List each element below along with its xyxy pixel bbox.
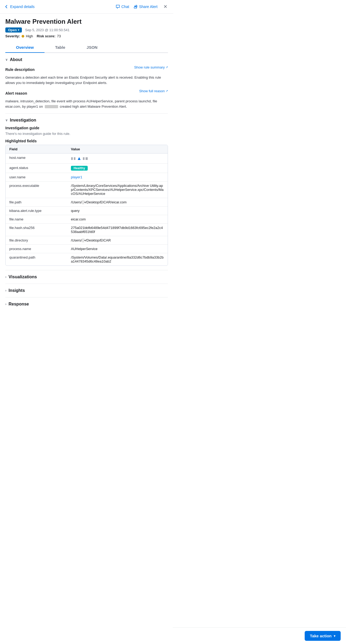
external-link-icon: ↗ xyxy=(166,66,168,69)
top-bar-actions: Chat Share Alert ✕ xyxy=(116,3,169,10)
chat-icon xyxy=(116,5,120,9)
show-full-reason-label: Show full reason xyxy=(139,89,165,93)
insights-chevron-icon: › xyxy=(5,289,6,292)
risk-score-value: 73 xyxy=(57,34,61,38)
redacted-bar-3 xyxy=(83,157,85,160)
share-icon xyxy=(134,5,138,9)
response-section-header[interactable]: › Response xyxy=(5,302,168,307)
insights-section: › Insights xyxy=(5,284,168,297)
svg-rect-0 xyxy=(134,7,137,8)
main-content: Malware Prevention Alert Open ▾ Sep 5, 2… xyxy=(0,14,173,332)
field-name: process.name xyxy=(6,245,67,253)
user-name-link[interactable]: player1 xyxy=(71,175,82,179)
field-value: eicar.com xyxy=(67,215,168,224)
close-icon: ✕ xyxy=(163,4,167,9)
field-value: /Users/░▪/Desktop/EICAR xyxy=(67,236,168,245)
visualizations-section-title: Visualizations xyxy=(9,275,37,279)
rule-desc-row: Rule description Show rule summary ↗ xyxy=(5,65,168,73)
top-bar: Expand details Chat Share Alert ✕ xyxy=(0,0,173,14)
alert-reason-text: malware, intrusion_detection, file event… xyxy=(5,99,168,109)
visualizations-section-header[interactable]: › Visualizations xyxy=(5,275,168,279)
risk-score-label: Risk score: xyxy=(37,34,55,38)
field-name: file.path xyxy=(6,198,67,207)
investigation-section-header[interactable]: ∨ Investigation xyxy=(5,118,168,123)
healthy-badge: Healthy xyxy=(71,166,88,171)
investigation-guide-text: There's no investigation guide for this … xyxy=(5,132,168,136)
show-rule-summary-link[interactable]: Show rule summary ↗ xyxy=(134,65,168,69)
table-row: file.hash.sha256 275a021bbfb6489e54d4718… xyxy=(6,224,168,236)
table-row: kibana.alert.rule.type query xyxy=(6,207,168,215)
table-row: process.name AUHelperService xyxy=(6,245,168,253)
visualizations-section: › Visualizations xyxy=(5,270,168,284)
table-row: agent.status Healthy xyxy=(6,164,168,173)
severity-value: High xyxy=(26,34,33,38)
visualizations-chevron-icon: › xyxy=(5,275,6,279)
field-name: process.executable xyxy=(6,182,67,198)
redacted-bar-1 xyxy=(71,157,73,160)
about-section: ∨ About Rule description Show rule summa… xyxy=(5,53,168,113)
field-value: 275a021bbfb6489e54d471899f7db9d1663fc695… xyxy=(67,224,168,236)
redacted-hostname xyxy=(45,105,58,108)
table-row: quarantined.path /System/Volumes/Data/.e… xyxy=(6,253,168,265)
table-row: host.name ▲ xyxy=(6,154,168,164)
status-value: Open xyxy=(8,28,17,32)
response-section-title: Response xyxy=(9,302,29,307)
expand-details-label: Expand details xyxy=(10,5,35,9)
field-value: player1 xyxy=(67,173,168,182)
field-name: agent.status xyxy=(6,164,67,173)
rule-desc-title: Rule description xyxy=(5,67,35,72)
about-chevron-icon: ∨ xyxy=(5,58,8,62)
close-button[interactable]: ✕ xyxy=(162,3,169,10)
alert-timestamp: Sep 5, 2023 @ 11:00:50.541 xyxy=(25,28,69,32)
share-alert-label: Share Alert xyxy=(139,5,158,9)
about-section-header[interactable]: ∨ About xyxy=(5,57,168,62)
field-name: file.name xyxy=(6,215,67,224)
field-name: user.name xyxy=(6,173,67,182)
insights-section-header[interactable]: › Insights xyxy=(5,288,168,293)
alert-reason-title: Alert reason xyxy=(5,91,27,95)
field-name: file.hash.sha256 xyxy=(6,224,67,236)
investigation-chevron-icon: ∨ xyxy=(5,118,8,122)
tab-overview[interactable]: Overview xyxy=(5,42,45,53)
highlighted-fields-title: Highlighted fields xyxy=(5,139,168,143)
alert-reason-row: Alert reason Show full reason ↗ xyxy=(5,89,168,97)
field-value: /System/Library/CoreServices/Application… xyxy=(67,182,168,198)
insights-section-title: Insights xyxy=(9,288,25,293)
rule-desc-text: Generates a detection alert each time an… xyxy=(5,75,168,85)
field-name: file.directory xyxy=(6,236,67,245)
field-value: /Users/░▪/Desktop/EICAR/eicar.com xyxy=(67,198,168,207)
share-alert-link[interactable]: Share Alert xyxy=(134,5,158,9)
value-col-header: Value xyxy=(67,145,168,154)
investigation-section-title: Investigation xyxy=(10,118,36,123)
show-full-reason-link[interactable]: Show full reason ↗ xyxy=(139,89,168,93)
expand-icon xyxy=(4,5,9,9)
severity-dot-icon xyxy=(22,35,24,38)
table-row: process.executable /System/Library/CoreS… xyxy=(6,182,168,198)
status-chevron-icon: ▾ xyxy=(18,29,19,31)
redacted-bar-4 xyxy=(86,157,88,160)
redacted-bar-2 xyxy=(74,157,75,160)
tab-json[interactable]: JSON xyxy=(76,42,108,53)
field-name: host.name xyxy=(6,154,67,164)
external-link-icon-2: ↗ xyxy=(166,89,168,93)
field-name: kibana.alert.rule.type xyxy=(6,207,67,215)
field-value: query xyxy=(67,207,168,215)
severity-row: Severity: High Risk score: 73 xyxy=(5,34,168,38)
expand-details-link[interactable]: Expand details xyxy=(4,5,35,9)
host-redacted-value: ▲ xyxy=(71,156,164,161)
field-name: quarantined.path xyxy=(6,253,67,265)
alert-title: Malware Prevention Alert xyxy=(5,18,168,25)
status-badge[interactable]: Open ▾ xyxy=(5,27,22,33)
tab-table[interactable]: Table xyxy=(45,42,76,53)
chat-link[interactable]: Chat xyxy=(116,5,129,9)
show-rule-summary-label: Show rule summary xyxy=(134,65,165,69)
table-row: user.name player1 xyxy=(6,173,168,182)
table-row: file.directory /Users/░▪/Desktop/EICAR xyxy=(6,236,168,245)
table-row: file.path /Users/░▪/Desktop/EICAR/eicar.… xyxy=(6,198,168,207)
response-section: › Response xyxy=(5,297,168,311)
about-section-title: About xyxy=(10,57,22,62)
field-col-header: Field xyxy=(6,145,67,154)
alert-meta-row: Open ▾ Sep 5, 2023 @ 11:00:50.541 xyxy=(5,27,168,33)
field-value: Healthy xyxy=(67,164,168,173)
field-value: /System/Volumes/Data/.equarantine/8a332d… xyxy=(67,253,168,265)
